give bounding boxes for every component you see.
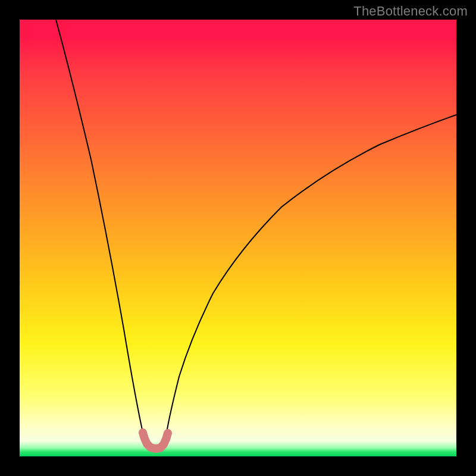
plot-area [20, 20, 456, 456]
bottleneck-curve [20, 20, 456, 456]
curve-right-branch [167, 115, 456, 433]
valley-marker [143, 433, 168, 449]
watermark-text: TheBottleneck.com [353, 4, 468, 19]
chart-frame: TheBottleneck.com [0, 0, 476, 476]
curve-left-branch [56, 20, 143, 433]
